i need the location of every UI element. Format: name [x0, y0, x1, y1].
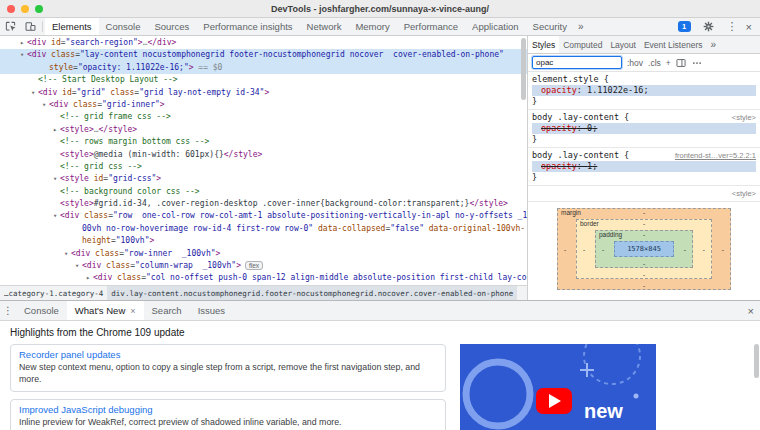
rule-selector[interactable]: body .lay-content { [532, 112, 629, 122]
issues-counter-badge[interactable]: 1 [678, 21, 691, 32]
rule-source-link[interactable]: frontend-st…ver=5.2.2:1 [675, 150, 756, 161]
expand-arrow-icon[interactable]: ▸ [17, 37, 27, 49]
expand-arrow-icon[interactable]: ▾ [17, 49, 27, 61]
dom-tree-line[interactable]: ▾<div id="grid" class="grid lay-not-empt… [0, 87, 527, 99]
expand-arrow-icon[interactable]: ▾ [50, 210, 60, 222]
rule-source-link[interactable]: <style> [732, 112, 756, 123]
box-model-padding[interactable]: padding----1578×845 [595, 230, 693, 268]
dom-tree-line[interactable]: style="opacity: 1.11022e-16;"> == $0 [0, 62, 527, 74]
drawer-tab-console[interactable]: Console [16, 301, 67, 320]
scrollbar-thumb[interactable] [754, 344, 759, 378]
expand-arrow-icon[interactable]: ▾ [50, 173, 60, 185]
sidebar-more-tabs-icon[interactable]: » [707, 36, 721, 53]
sidebar-tab-computed[interactable]: Computed [559, 36, 606, 53]
rule-header: frontend-st…ver=5.2.2:1body .lay-content… [532, 150, 756, 161]
tab-application[interactable]: Application [465, 18, 525, 35]
devtools-window: DevTools - joshfargher.com/sunnaya-x-vin… [0, 0, 760, 300]
toggle-pseudo-state-button[interactable]: :hov [627, 58, 643, 68]
breadcrumb-item[interactable]: div.lay-content.nocustomphonegrid.footer… [107, 286, 517, 300]
dom-tree-line[interactable]: <!-- rows margin bottom css --> [0, 136, 527, 148]
dom-tree-line[interactable]: ▾<div class="column-wrap _100vh">flex [0, 260, 527, 272]
tab-console[interactable]: Console [99, 18, 148, 35]
dom-tree-line[interactable]: <style>#grid.id-34, .cover-region-deskto… [0, 198, 527, 210]
styles-filter-input[interactable] [532, 56, 622, 69]
styles-options-icon[interactable] [692, 57, 703, 68]
expand-arrow-icon[interactable]: ▾ [28, 87, 38, 99]
drawer-scrollbar[interactable] [754, 344, 759, 424]
styles-toolbar: :hov .cls + [528, 54, 760, 72]
toggle-class-button[interactable]: .cls [648, 58, 661, 68]
tab-performance-insights[interactable]: Performance insights [196, 18, 299, 35]
drawer-tab-what-s-new[interactable]: What's New× [67, 301, 144, 320]
dom-tree-line[interactable]: ▾<div class="row one-col-row row-col-amt… [0, 210, 527, 222]
dom-tree-line[interactable]: <!-- Start Desktop Layout --> [0, 74, 527, 86]
tab-close-icon[interactable]: × [130, 306, 135, 316]
styles-sidebar: StylesComputedLayoutEvent Listeners » :h… [528, 36, 760, 300]
dom-tree-line[interactable]: ▸<div id="search-region">…</div> [0, 37, 527, 49]
dom-tree-line[interactable]: ▸<div class="col no-offset push-0 span-1… [0, 272, 527, 284]
drawer-tab-search[interactable]: Search [144, 301, 190, 320]
tab-sources[interactable]: Sources [147, 18, 196, 35]
drawer-close-icon[interactable]: × [748, 301, 754, 320]
tab-network[interactable]: Network [300, 18, 349, 35]
dom-tree-line[interactable]: ▾<style id="grid-css"> [0, 173, 527, 185]
expand-arrow-icon[interactable]: ▾ [39, 99, 49, 111]
device-toolbar-icon[interactable] [20, 18, 40, 35]
tab-performance[interactable]: Performance [397, 18, 465, 35]
tab-elements[interactable]: Elements [45, 18, 99, 35]
drawer-menu-icon[interactable]: ⋮ [0, 301, 16, 320]
dom-tree-line[interactable]: ▾<div class="row-inner _100vh"> [0, 248, 527, 260]
drawer-tab-issues[interactable]: Issues [190, 301, 233, 320]
elements-scrollbar[interactable] [521, 38, 526, 283]
settings-gear-icon[interactable] [699, 21, 719, 32]
box-model-content[interactable]: 1578×845 [614, 241, 674, 257]
rule-selector[interactable]: body .lay-content { [532, 150, 629, 160]
breadcrumb-item[interactable]: …category-1.category-4 [0, 286, 107, 300]
dom-tree-line[interactable]: <!-- grid css --> [0, 161, 527, 173]
sidebar-tab-event-listeners[interactable]: Event Listeners [640, 36, 707, 53]
rule-source-link[interactable]: <style> [732, 188, 756, 199]
box-model-margin[interactable]: margin----border----padding----1578×845 [557, 208, 731, 290]
expand-arrow-icon[interactable]: ▸ [50, 124, 60, 136]
style-rule: <style> [528, 186, 760, 202]
expand-arrow-icon[interactable]: ▾ [72, 260, 82, 272]
dom-tree-line[interactable]: <!-- background color css --> [0, 186, 527, 198]
css-declaration[interactable]: opacity: 1.11022e-16; [532, 85, 756, 96]
more-tabs-icon[interactable]: » [574, 18, 588, 35]
devtools-close-icon[interactable]: × [746, 21, 752, 33]
whats-new-link[interactable]: Improved JavaScript debugging [19, 404, 437, 415]
new-style-rule-button[interactable]: + [666, 58, 671, 68]
expand-arrow-icon[interactable]: ▸ [83, 272, 93, 284]
css-declaration[interactable]: opacity: 1; [532, 161, 756, 172]
inspect-element-icon[interactable] [0, 18, 20, 35]
window-zoom-button[interactable] [35, 5, 43, 13]
sidebar-tab-styles[interactable]: Styles [528, 36, 559, 53]
scrollbar-thumb[interactable] [521, 38, 526, 100]
dom-tree-line[interactable]: ▾<div class="grid-inner"> [0, 99, 527, 111]
style-rule: element.style {opacity: 1.11022e-16;} [528, 72, 760, 110]
dom-tree-line[interactable]: 00vh no-row-hoverimage row-id-4 first-ro… [0, 223, 527, 235]
dom-tree-line[interactable]: ▾<div class="lay-content nocustomphonegr… [0, 49, 527, 61]
dom-tree-line[interactable]: ▸<style>…</style> [0, 124, 527, 136]
more-menu-icon[interactable]: ⋮ [727, 20, 738, 33]
window-minimize-button[interactable] [21, 5, 29, 13]
drawer: ⋮ ConsoleWhat's New×SearchIssues × Highl… [0, 300, 760, 430]
sidebar-tab-strip: StylesComputedLayoutEvent Listeners [528, 36, 707, 53]
dom-tree-line[interactable]: <style>@media (min-width: 601px){}</styl… [0, 149, 527, 161]
dom-tree-line[interactable]: height="100vh"> [0, 235, 527, 247]
tab-memory[interactable]: Memory [348, 18, 396, 35]
rule-close-brace: } [532, 96, 756, 107]
sidebar-tab-layout[interactable]: Layout [606, 36, 640, 53]
promo-dot-decoration [634, 394, 639, 399]
window-close-button[interactable] [7, 5, 15, 13]
whats-new-link[interactable]: Recorder panel updates [19, 349, 437, 360]
promo-video-thumbnail[interactable]: new [460, 344, 656, 430]
flex-badge[interactable]: flex [245, 261, 263, 270]
css-declaration[interactable]: opacity: 0; [532, 123, 756, 134]
rule-selector[interactable]: element.style { [532, 74, 609, 84]
tab-security[interactable]: Security [526, 18, 574, 35]
computed-sidebar-toggle-icon[interactable] [676, 57, 687, 68]
dom-tree-line[interactable]: <!-- grid frame css --> [0, 111, 527, 123]
expand-arrow-icon[interactable]: ▾ [61, 248, 71, 260]
box-model-border[interactable]: border----padding----1578×845 [576, 219, 712, 279]
